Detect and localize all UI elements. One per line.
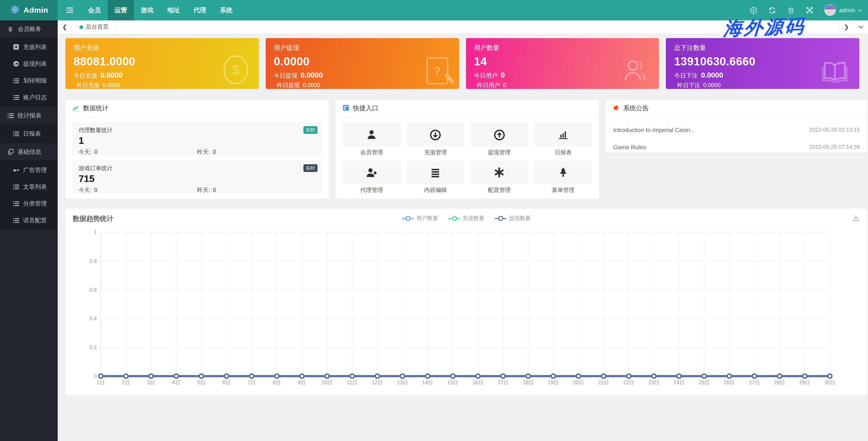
sidebar-item-基础信息[interactable]: 基础信息 xyxy=(0,143,58,160)
sidebar-item-label: 日报表 xyxy=(23,130,41,138)
svg-text:15日: 15日 xyxy=(447,379,458,385)
svg-text:0.4: 0.4 xyxy=(90,315,97,321)
svg-text:11日: 11日 xyxy=(347,379,358,385)
stat-sub-代理数量统计: 实时代理数量统计1今天:0昨天:0 xyxy=(72,122,322,156)
tab-dashboard[interactable]: 后台首页 xyxy=(72,21,116,34)
quick-entry-提现管理[interactable]: 提现管理 xyxy=(470,123,528,157)
svg-text:27日: 27日 xyxy=(749,379,760,385)
quick-entry-内容编辑[interactable]: 内容编辑 xyxy=(406,161,465,194)
nav-item-代理[interactable]: 代理 xyxy=(187,0,213,21)
list-icon xyxy=(7,112,14,119)
sidebar-item-广告管理[interactable]: 广告管理 xyxy=(0,162,58,178)
nav-item-地址[interactable]: 地址 xyxy=(160,0,187,21)
svg-text:0.6: 0.6 xyxy=(90,287,97,293)
svg-text:19日: 19日 xyxy=(548,379,559,385)
sidebar-item-日报表[interactable]: 日报表 xyxy=(0,125,58,142)
dollar-circle-icon: $ xyxy=(223,55,248,84)
svg-text:24日: 24日 xyxy=(674,379,685,385)
quick-entry-菜单管理[interactable]: 菜单管理 xyxy=(534,161,592,194)
tabs-menu-icon[interactable] xyxy=(854,21,868,34)
tabs-scroll-left-icon[interactable]: ❮ xyxy=(58,21,72,34)
yesterday-label: 昨日提现 xyxy=(277,82,300,89)
svg-text:20日: 20日 xyxy=(573,379,584,385)
app-logo[interactable]: Admin xyxy=(0,0,58,21)
tab-label: 后台首页 xyxy=(86,23,108,31)
svg-text:30日: 30日 xyxy=(825,379,836,385)
language-globe-icon[interactable] xyxy=(744,6,763,14)
today-label: 今天: xyxy=(79,187,92,193)
tab-bar: ❮ 后台首页 ❯ xyxy=(58,21,868,34)
nav-item-游戏[interactable]: 游戏 xyxy=(134,0,160,21)
svg-text:14日: 14日 xyxy=(422,379,433,385)
announcement-time: 2022-05-25 07:14:39 xyxy=(809,144,860,150)
today-label: 今日用户 xyxy=(474,72,498,80)
tabs-scroll-right-icon[interactable]: ❯ xyxy=(839,21,854,34)
legend-label: 用户数量 xyxy=(416,214,438,222)
stat-sub-value: 1 xyxy=(79,135,316,146)
user-avatar[interactable] xyxy=(824,4,836,16)
list-icon xyxy=(12,94,20,101)
sidebar-item-提现列表[interactable]: 提现列表 xyxy=(0,55,58,72)
sidebar-submenu: 充值列表提现列表划转明细账户日志 xyxy=(0,37,58,107)
quick-entry-配置管理[interactable]: 配置管理 xyxy=(470,161,528,194)
sidebar-item-label: 划转明细 xyxy=(23,76,47,84)
megaphone-icon xyxy=(613,104,620,112)
sidebar-item-充值列表[interactable]: 充值列表 xyxy=(0,39,58,55)
download-icon[interactable] xyxy=(852,214,859,223)
announcements-header: 系统公告 xyxy=(606,100,867,117)
legend-marker-icon xyxy=(448,216,460,221)
fullscreen-icon[interactable] xyxy=(800,6,819,14)
quick-entry-会员管理[interactable]: 会员管理 xyxy=(342,123,401,157)
sidebar-item-统计报表[interactable]: 统计报表 xyxy=(0,107,58,124)
stat-sub-row: 今天:0昨天:0 xyxy=(79,148,316,156)
data-stats-header: 数据统计 xyxy=(65,100,329,117)
today-value: 0.0000 xyxy=(301,71,323,79)
menu-fold-icon[interactable] xyxy=(58,0,81,21)
svg-text:2日: 2日 xyxy=(122,379,130,385)
quick-entry-代理管理[interactable]: 代理管理 xyxy=(342,161,401,194)
quick-entry-日报表[interactable]: 日报表 xyxy=(534,123,592,157)
refresh-icon[interactable] xyxy=(763,6,781,14)
main-menu: 会员运营游戏地址代理系统 xyxy=(81,0,239,21)
sidebar-item-label: 账户日志 xyxy=(23,93,47,101)
quick-entry-label: 代理管理 xyxy=(342,186,401,194)
sidebar-item-label: 文章列表 xyxy=(23,182,47,191)
users-icon xyxy=(622,57,648,84)
sidebar-item-划转明细[interactable]: 划转明细 xyxy=(0,72,58,89)
quick-entry-label: 提现管理 xyxy=(470,149,528,157)
screen: Admin 会员运营游戏地址代理系统 xyxy=(0,0,868,441)
sidebar-item-label: 提现列表 xyxy=(23,60,47,68)
legend-充值数量[interactable]: 充值数量 xyxy=(448,214,485,222)
nav-item-系统[interactable]: 系统 xyxy=(213,0,239,21)
arrow-up-circle-icon xyxy=(470,123,528,146)
quick-entry-label: 配置管理 xyxy=(470,186,528,194)
svg-text:3日: 3日 xyxy=(147,379,155,385)
stat-sub-row: 今天:0昨天:0 xyxy=(79,186,316,194)
sidebar-item-账户日志[interactable]: 账户日志 xyxy=(0,89,58,106)
trash-icon[interactable] xyxy=(781,6,800,14)
grid-window-icon xyxy=(342,104,349,112)
nav-item-会员[interactable]: 会员 xyxy=(81,0,107,21)
announcement-row[interactable]: Game Rules2022-05-25 07:14:39 xyxy=(606,138,867,152)
sidebar-item-会员账务[interactable]: ฿会员账务 xyxy=(0,21,58,37)
stat-card-用户提现: 用户提现0.0000今日提现0.0000昨日提现0.0000? xyxy=(266,38,459,89)
nav-item-运营[interactable]: 运营 xyxy=(107,0,134,21)
quick-entry-header: 快捷入口 xyxy=(336,100,599,117)
bar-chart-icon xyxy=(534,123,592,146)
svg-text:16日: 16日 xyxy=(472,379,484,385)
doc-question-icon: ? xyxy=(426,57,448,84)
sidebar-item-文章列表[interactable]: 文章列表 xyxy=(0,178,58,195)
user-menu[interactable]: admin xyxy=(839,7,862,13)
legend-用户数量[interactable]: 用户数量 xyxy=(402,214,438,222)
sidebar-item-语言配置[interactable]: 语言配置 xyxy=(0,212,58,229)
svg-text:0: 0 xyxy=(94,373,97,379)
announcement-row[interactable]: Introduction to Imperial Casin...2022-05… xyxy=(606,121,867,138)
quick-entry-充值管理[interactable]: 充值管理 xyxy=(406,123,465,157)
quick-entry-label: 日报表 xyxy=(534,149,592,157)
stat-card-today: 今日提现0.0000 xyxy=(274,71,451,80)
stat-card-title: 用户充值 xyxy=(73,44,251,52)
legend-提现数量[interactable]: 提现数量 xyxy=(494,214,531,222)
sidebar-item-分类管理[interactable]: 分类管理 xyxy=(0,195,58,212)
copy-icon xyxy=(7,148,14,156)
list-icon xyxy=(12,183,20,190)
